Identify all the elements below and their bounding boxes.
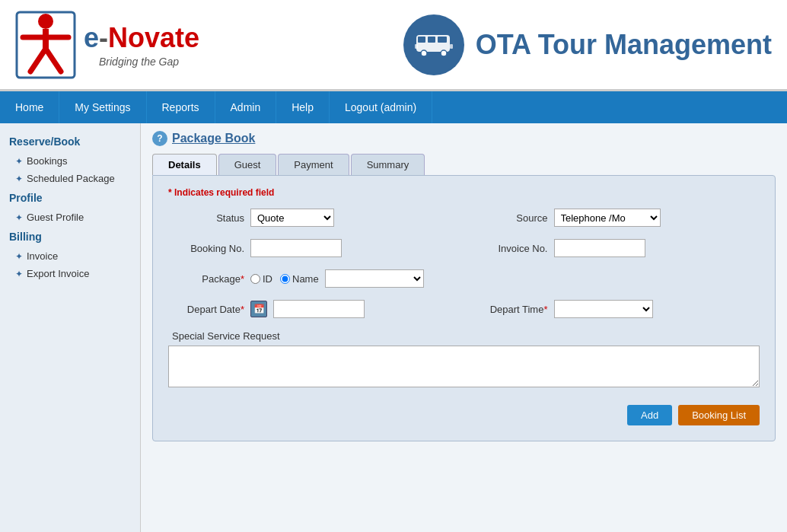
- enovate-tagline: Bridging the Gap: [99, 56, 199, 68]
- tab-payment[interactable]: Payment: [278, 154, 349, 175]
- booking-no-col: Booking No.: [168, 239, 457, 257]
- invoice-no-label: Invoice No.: [472, 243, 548, 254]
- booking-list-button[interactable]: Booking List: [678, 405, 760, 425]
- special-service-textarea[interactable]: [168, 346, 760, 387]
- package-radio-group: ID Name: [250, 273, 319, 285]
- package-radio-id-label[interactable]: ID: [250, 273, 272, 285]
- sidebar-item-scheduled-package-label: Scheduled Package: [27, 173, 115, 184]
- nav-bar: Home My Settings Reports Admin Help Logo…: [0, 91, 787, 123]
- package-radio-name-label[interactable]: Name: [280, 273, 319, 285]
- sidebar-item-guest-profile[interactable]: ✦ Guest Profile: [0, 209, 140, 226]
- svg-line-3: [30, 49, 46, 72]
- tab-details[interactable]: Details: [152, 154, 217, 175]
- bullet-icon: ✦: [15, 212, 23, 223]
- package-dropdown[interactable]: [325, 269, 424, 288]
- nav-help[interactable]: Help: [276, 91, 330, 123]
- depart-time-label: Depart Time*: [472, 304, 548, 315]
- bullet-icon: ✦: [15, 269, 23, 279]
- nav-logout[interactable]: Logout (admin): [330, 91, 432, 123]
- invoice-no-col: Invoice No.: [472, 239, 760, 257]
- ota-title: OTA Tour Management: [476, 29, 772, 61]
- sidebar-item-invoice[interactable]: ✦ Invoice: [0, 247, 140, 265]
- page-title-bar: ? Package Book: [152, 131, 776, 146]
- package-radio-name[interactable]: [280, 274, 290, 284]
- bus-icon: [403, 14, 464, 75]
- calendar-icon[interactable]: 📅: [250, 301, 267, 317]
- depart-time-col: Depart Time*: [472, 300, 760, 318]
- sidebar-item-invoice-label: Invoice: [27, 250, 58, 262]
- sidebar-item-bookings[interactable]: ✦ Bookings: [0, 152, 140, 170]
- main-layout: Reserve/Book ✦ Bookings ✦ Scheduled Pack…: [0, 123, 787, 532]
- help-icon: ?: [152, 131, 167, 146]
- logo-right: OTA Tour Management: [403, 14, 772, 75]
- depart-date-label: Depart Date*: [168, 304, 244, 315]
- special-service-section: Special Service Request: [168, 330, 760, 390]
- required-note: * Indicates required field: [168, 187, 760, 198]
- form-panel: * Indicates required field Status Quote …: [152, 175, 776, 441]
- button-row: Add Booking List: [168, 405, 760, 425]
- svg-rect-9: [438, 37, 447, 43]
- bullet-icon: ✦: [15, 156, 23, 167]
- status-label: Status: [168, 212, 244, 224]
- status-col: Status Quote Confirmed Cancelled: [168, 209, 457, 227]
- svg-point-11: [441, 50, 447, 56]
- svg-line-4: [46, 49, 61, 72]
- nav-admin[interactable]: Admin: [215, 91, 277, 123]
- bullet-icon: ✦: [15, 174, 23, 184]
- depart-row: Depart Date* 📅 Depart Time*: [168, 300, 760, 318]
- booking-no-input[interactable]: [250, 239, 342, 257]
- tab-guest[interactable]: Guest: [218, 154, 277, 175]
- status-source-row: Status Quote Confirmed Cancelled Source …: [168, 209, 760, 227]
- booking-invoice-row: Booking No. Invoice No.: [168, 239, 760, 257]
- package-col: Package* ID Name: [168, 269, 457, 288]
- svg-rect-13: [450, 44, 453, 49]
- enovate-text-block: e-Novate Bridging the Gap: [84, 22, 199, 68]
- package-radio-id[interactable]: [250, 274, 260, 284]
- add-button[interactable]: Add: [627, 405, 672, 425]
- depart-date-col: Depart Date* 📅: [168, 300, 457, 318]
- sidebar-item-export-invoice[interactable]: ✦ Export Invoice: [0, 265, 140, 282]
- sidebar-section-reserve-book: Reserve/Book: [0, 131, 140, 152]
- sidebar-item-guest-profile-label: Guest Profile: [27, 212, 84, 223]
- sidebar-section-billing: Billing: [0, 226, 140, 247]
- sidebar-item-export-invoice-label: Export Invoice: [27, 268, 89, 279]
- bullet-icon: ✦: [15, 251, 23, 262]
- svg-point-0: [38, 14, 53, 29]
- tab-summary[interactable]: Summary: [351, 154, 425, 175]
- svg-point-10: [421, 50, 427, 56]
- sidebar-section-profile: Profile: [0, 187, 140, 209]
- content-area: ? Package Book Details Guest Payment Sum…: [141, 123, 787, 532]
- source-select[interactable]: Telephone /Mo Online Walk-in: [554, 209, 661, 227]
- enovate-brand-name: e-Novate: [84, 22, 199, 54]
- sidebar: Reserve/Book ✦ Bookings ✦ Scheduled Pack…: [0, 123, 141, 532]
- depart-time-select[interactable]: [554, 300, 653, 318]
- source-col: Source Telephone /Mo Online Walk-in: [472, 209, 760, 227]
- required-asterisk: *: [168, 187, 174, 198]
- nav-my-settings[interactable]: My Settings: [59, 91, 146, 123]
- svg-rect-12: [415, 44, 418, 49]
- sidebar-item-scheduled-package[interactable]: ✦ Scheduled Package: [0, 170, 140, 187]
- nav-home[interactable]: Home: [0, 91, 59, 123]
- booking-no-label: Booking No.: [168, 243, 244, 254]
- enovate-logo-icon: [15, 11, 76, 79]
- svg-rect-8: [428, 37, 435, 43]
- special-service-label: Special Service Request: [168, 330, 760, 342]
- status-select[interactable]: Quote Confirmed Cancelled: [250, 209, 334, 227]
- nav-reports[interactable]: Reports: [147, 91, 215, 123]
- page-title: Package Book: [172, 132, 255, 145]
- package-label: Package*: [168, 273, 244, 285]
- logo-left: e-Novate Bridging the Gap: [15, 11, 199, 79]
- sidebar-item-bookings-label: Bookings: [27, 155, 67, 167]
- invoice-no-input[interactable]: [554, 239, 645, 257]
- depart-date-input[interactable]: [273, 300, 365, 318]
- package-row: Package* ID Name: [168, 269, 760, 288]
- source-label: Source: [472, 212, 548, 224]
- tabs-bar: Details Guest Payment Summary: [152, 154, 776, 175]
- svg-rect-7: [418, 37, 425, 43]
- header: e-Novate Bridging the Gap OTA Tour Manag…: [0, 0, 787, 91]
